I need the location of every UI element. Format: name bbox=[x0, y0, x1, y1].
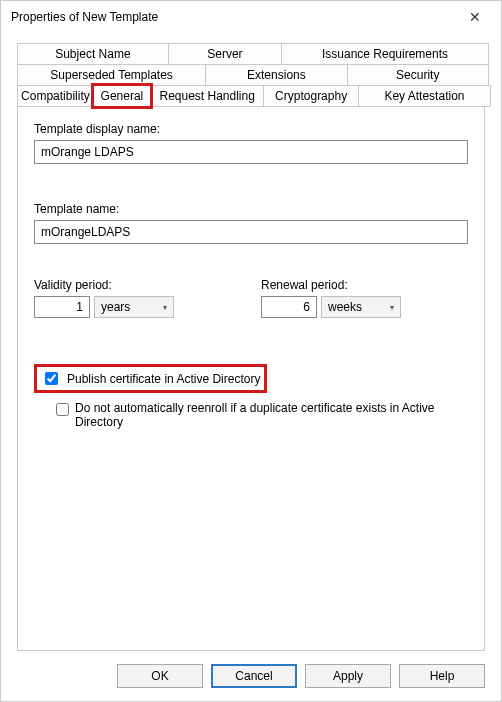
close-icon: ✕ bbox=[469, 9, 481, 25]
tab-server[interactable]: Server bbox=[168, 43, 282, 65]
renewal-unit-value: weeks bbox=[328, 300, 362, 314]
template-name-input[interactable] bbox=[34, 220, 468, 244]
window-title: Properties of New Template bbox=[11, 10, 455, 24]
validity-group: Validity period: years ▾ bbox=[34, 278, 241, 318]
highlight-publish: Publish certificate in Active Directory bbox=[34, 364, 267, 393]
tab-row-2: Superseded Templates Extensions Security bbox=[17, 64, 485, 85]
help-button[interactable]: Help bbox=[399, 664, 485, 688]
renewal-label: Renewal period: bbox=[261, 278, 468, 292]
validity-unit-combo[interactable]: years ▾ bbox=[94, 296, 174, 318]
tab-row-1: Subject Name Server Issuance Requirement… bbox=[17, 43, 485, 64]
tab-key-attestation[interactable]: Key Attestation bbox=[358, 85, 491, 107]
dialog-footer: OK Cancel Apply Help bbox=[1, 651, 501, 701]
close-button[interactable]: ✕ bbox=[455, 3, 495, 31]
validity-unit-value: years bbox=[101, 300, 130, 314]
tab-security[interactable]: Security bbox=[347, 64, 489, 86]
apply-button[interactable]: Apply bbox=[305, 664, 391, 688]
tab-compatibility[interactable]: Compatibility bbox=[17, 85, 94, 107]
validity-value-input[interactable] bbox=[34, 296, 90, 318]
titlebar: Properties of New Template ✕ bbox=[1, 1, 501, 33]
renewal-value-input[interactable] bbox=[261, 296, 317, 318]
no-reenroll-checkbox[interactable] bbox=[56, 403, 69, 416]
period-row: Validity period: years ▾ Renewal period: bbox=[34, 278, 468, 318]
chevron-down-icon: ▾ bbox=[390, 303, 394, 312]
display-name-label: Template display name: bbox=[34, 122, 468, 136]
dialog-body: Subject Name Server Issuance Requirement… bbox=[1, 33, 501, 651]
renewal-unit-combo[interactable]: weeks ▾ bbox=[321, 296, 401, 318]
general-panel: Template display name: Template name: Va… bbox=[17, 106, 485, 651]
tab-extensions[interactable]: Extensions bbox=[205, 64, 347, 86]
renewal-group: Renewal period: weeks ▾ bbox=[261, 278, 468, 318]
chevron-down-icon: ▾ bbox=[163, 303, 167, 312]
display-name-input[interactable] bbox=[34, 140, 468, 164]
tab-cryptography[interactable]: Cryptography bbox=[263, 85, 359, 107]
ok-button[interactable]: OK bbox=[117, 664, 203, 688]
publish-checkbox[interactable] bbox=[45, 372, 58, 385]
template-name-label: Template name: bbox=[34, 202, 468, 216]
publish-group: Publish certificate in Active Directory bbox=[34, 364, 468, 393]
dialog-window: Properties of New Template ✕ Subject Nam… bbox=[0, 0, 502, 702]
publish-label: Publish certificate in Active Directory bbox=[67, 372, 260, 386]
tabset: Subject Name Server Issuance Requirement… bbox=[17, 43, 485, 106]
cancel-button[interactable]: Cancel bbox=[211, 664, 297, 688]
no-reenroll-group: Do not automatically reenroll if a dupli… bbox=[56, 401, 468, 429]
tab-row-3: Compatibility General Request Handling C… bbox=[17, 85, 485, 106]
validity-label: Validity period: bbox=[34, 278, 241, 292]
tab-subject-name[interactable]: Subject Name bbox=[17, 43, 169, 65]
tab-issuance-requirements[interactable]: Issuance Requirements bbox=[281, 43, 489, 65]
tab-request-handling[interactable]: Request Handling bbox=[150, 85, 264, 107]
no-reenroll-label: Do not automatically reenroll if a dupli… bbox=[75, 401, 468, 429]
tab-general[interactable]: General bbox=[93, 85, 151, 107]
tab-superseded-templates[interactable]: Superseded Templates bbox=[17, 64, 206, 86]
